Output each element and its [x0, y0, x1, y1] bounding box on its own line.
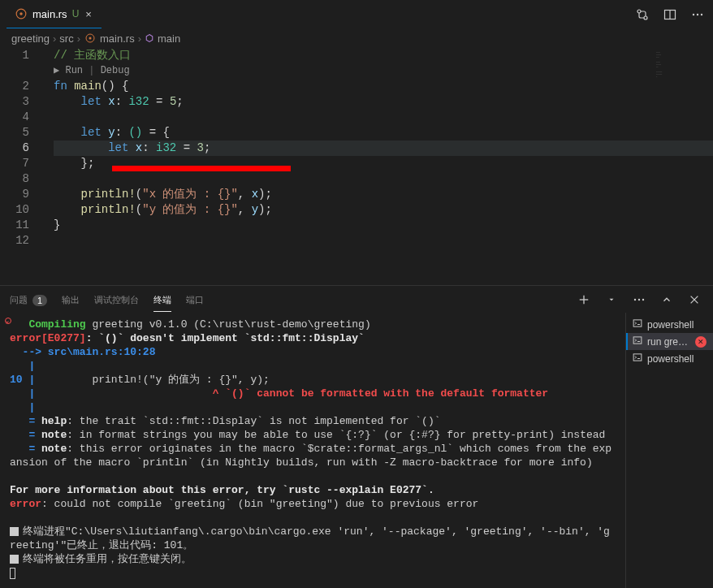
code-text: // 主函数入口 [54, 49, 131, 62]
svg-rect-18 [633, 320, 642, 326]
minimap[interactable]: ▬▬▬▬▬▬▬▬▬▬▬▬▬▬▬▬▬▬▬▬▬▬▬▬▬▬▬▬▬▬▬▬▬▬▬▬ [653, 48, 702, 285]
svg-point-7 [697, 13, 698, 15]
terminal-error-close-icon[interactable]: ✕ [695, 336, 707, 348]
tab-terminal[interactable]: 终端 [153, 288, 171, 312]
tab-modified-marker: U [72, 8, 80, 19]
compare-changes-icon[interactable] [633, 6, 651, 24]
terminal-list-item[interactable]: powershell [626, 316, 713, 333]
breadcrumb-item[interactable]: src [59, 32, 73, 45]
terminal-cursor [10, 568, 15, 579]
chevron-right-icon: › [77, 32, 80, 45]
symbol-method-icon [145, 33, 154, 43]
terminal-list: powershell run gree… ✕ powershell [625, 313, 713, 588]
breadcrumb-item[interactable]: main [158, 32, 180, 45]
svg-point-14 [638, 298, 640, 300]
svg-point-6 [693, 13, 694, 15]
info-block-icon [10, 555, 19, 564]
rust-file-icon [15, 7, 28, 20]
svg-point-2 [637, 10, 641, 13]
new-terminal-icon[interactable] [575, 291, 593, 309]
svg-point-8 [701, 13, 702, 15]
terminal-list-item[interactable]: powershell [626, 350, 713, 367]
tab-close-button[interactable]: × [84, 8, 93, 20]
error-gutter-icon [5, 318, 11, 324]
breadcrumb[interactable]: greeting › src › main.rs › main [0, 28, 713, 48]
breadcrumb-item[interactable]: greeting [11, 32, 50, 45]
more-actions-icon[interactable] [689, 6, 707, 24]
breadcrumb-item[interactable]: main.rs [100, 32, 135, 45]
svg-point-1 [19, 12, 23, 15]
panel-tab-bar: 问题 1 输出 调试控制台 终端 端口 [0, 286, 713, 313]
chevron-right-icon: › [53, 32, 56, 45]
terminal-output[interactable]: Compiling greeting v0.1.0 (C:\rust\rust-… [0, 313, 625, 588]
terminal-icon [633, 318, 642, 331]
codelens-run[interactable]: ▶ Run [54, 65, 83, 76]
line-number-gutter: 1 2 3 4 5 6 7 8 9 10 11 12 [0, 48, 44, 285]
error-underline [112, 166, 291, 171]
codelens-debug[interactable]: Debug [101, 65, 130, 76]
close-panel-icon[interactable] [685, 291, 703, 309]
terminal-icon [633, 352, 642, 365]
tab-problems[interactable]: 问题 1 [10, 288, 47, 311]
code-editor[interactable]: 1 2 3 4 5 6 7 8 9 10 11 12 // 主函数入口 ▶ Ru… [0, 48, 713, 285]
more-icon[interactable] [630, 291, 648, 309]
split-editor-icon[interactable] [661, 6, 679, 24]
tab-ports[interactable]: 端口 [186, 288, 204, 311]
terminal-dropdown-icon[interactable] [603, 291, 620, 309]
tab-output[interactable]: 输出 [62, 288, 80, 311]
info-block-icon [10, 527, 19, 536]
terminal-icon [633, 335, 642, 348]
svg-rect-19 [633, 337, 642, 344]
problems-count-badge: 1 [32, 295, 47, 306]
svg-point-13 [634, 298, 636, 300]
svg-point-3 [644, 16, 647, 19]
editor-tab[interactable]: main.rs U × [6, 0, 102, 28]
tab-filename: main.rs [32, 8, 67, 20]
svg-point-10 [89, 37, 92, 40]
chevron-right-icon: › [138, 32, 141, 45]
svg-rect-20 [633, 354, 642, 361]
maximize-panel-icon[interactable] [658, 291, 676, 309]
svg-point-15 [642, 298, 644, 300]
rust-file-icon [84, 32, 97, 45]
terminal-list-item[interactable]: run gree… ✕ [626, 333, 713, 350]
tab-debug-console[interactable]: 调试控制台 [94, 288, 139, 311]
